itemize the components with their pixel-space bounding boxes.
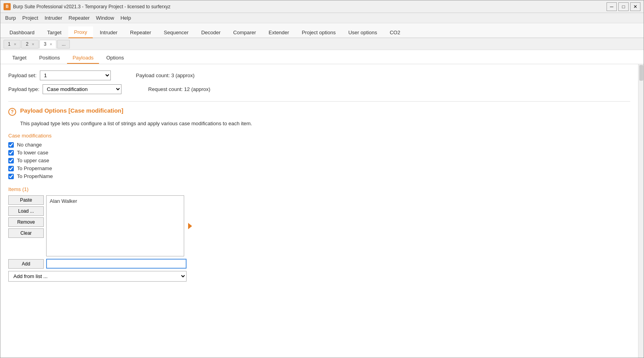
tab-proxy[interactable]: Proxy xyxy=(68,26,93,38)
clear-button[interactable]: Clear xyxy=(8,228,44,238)
scrollbar-thumb[interactable] xyxy=(639,65,643,81)
subtab-payloads[interactable]: Payloads xyxy=(67,52,99,64)
add-row: Add xyxy=(8,259,630,269)
app-icon: B xyxy=(4,3,11,10)
menu-project[interactable]: Project xyxy=(19,14,41,22)
payload-type-label: Payload type: xyxy=(8,86,39,92)
remove-button[interactable]: Remove xyxy=(8,217,44,227)
paste-button[interactable]: Paste xyxy=(8,195,44,205)
payload-count-label: Payload count: 3 (approx) xyxy=(120,72,195,78)
add-button[interactable]: Add xyxy=(8,259,44,269)
payload-set-select[interactable]: 1 2 3 xyxy=(40,70,111,80)
menu-burp[interactable]: Burp xyxy=(2,14,19,22)
menu-intruder[interactable]: Intruder xyxy=(41,14,65,22)
maximize-button[interactable]: □ xyxy=(618,2,629,11)
help-icon[interactable]: ? xyxy=(8,108,16,116)
load-button[interactable]: Load ... xyxy=(8,206,44,216)
title-bar: B Burp Suite Professional v2021.3 - Temp… xyxy=(0,0,644,13)
main-layout: Payload set: 1 2 3 Payload count: 3 (app… xyxy=(0,64,644,358)
menu-bar: Burp Project Intruder Repeater Window He… xyxy=(0,13,644,23)
tab-intruder[interactable]: Intruder xyxy=(94,27,123,38)
checkbox-upper-case-label: To upper case xyxy=(17,158,49,163)
intruder-tab-2[interactable]: 2 × xyxy=(21,40,38,48)
close-tab-2[interactable]: × xyxy=(32,42,34,46)
payload-options-description: This payload type lets you configure a l… xyxy=(20,121,630,126)
tab-decoder[interactable]: Decoder xyxy=(195,27,226,38)
payload-options-title: Payload Options [Case modification] xyxy=(20,107,123,114)
intruder-tab-1[interactable]: 1 × xyxy=(4,40,21,48)
subtab-options[interactable]: Options xyxy=(101,52,129,64)
minimize-button[interactable]: ─ xyxy=(607,2,617,11)
checkbox-proper-name-input[interactable] xyxy=(8,174,14,179)
checkbox-lower-case-input[interactable] xyxy=(8,150,14,156)
payload-type-select[interactable]: Simple list Runtime file Custom iterator… xyxy=(43,84,121,94)
case-modifications-label: Case modifications xyxy=(8,133,630,139)
close-tab-3[interactable]: × xyxy=(50,42,52,46)
tab-co2[interactable]: CO2 xyxy=(384,27,406,38)
checkbox-proper-name: To ProperName xyxy=(8,173,630,179)
close-button[interactable]: ✕ xyxy=(630,2,640,11)
payload-type-row: Payload type: Simple list Runtime file C… xyxy=(8,84,630,94)
subtab-target[interactable]: Target xyxy=(7,52,32,64)
checkbox-no-change-input[interactable] xyxy=(8,142,14,148)
sub-tabs: Target Positions Payloads Options xyxy=(0,50,644,64)
divider xyxy=(8,101,630,102)
items-list: Alan Walker xyxy=(46,195,184,256)
intruder-tab-more[interactable]: ... xyxy=(57,40,70,48)
tab-project-options[interactable]: Project options xyxy=(296,27,342,38)
scrollbar[interactable] xyxy=(638,64,644,358)
menu-repeater[interactable]: Repeater xyxy=(65,14,93,22)
checkbox-upper-case: To upper case xyxy=(8,158,630,163)
tab-extender[interactable]: Extender xyxy=(263,27,295,38)
list-item: Alan Walker xyxy=(48,197,182,205)
subtab-positions[interactable]: Positions xyxy=(34,52,65,64)
checkbox-propername: To Propername xyxy=(8,165,630,171)
checkbox-upper-case-input[interactable] xyxy=(8,158,14,163)
add-input[interactable] xyxy=(46,259,187,269)
arrow-right-icon xyxy=(188,223,192,229)
checkbox-no-change-label: No change xyxy=(17,142,42,148)
menu-window[interactable]: Window xyxy=(93,14,117,22)
window-controls: ─ □ ✕ xyxy=(607,2,640,11)
main-content: Payload set: 1 2 3 Payload count: 3 (app… xyxy=(0,64,638,358)
nav-tabs: Dashboard Target Proxy Intruder Repeater… xyxy=(0,23,644,38)
items-section: Items (1) Paste Load ... Remove Clear Al… xyxy=(8,186,630,282)
intruder-tab-3[interactable]: 3 × xyxy=(39,40,56,48)
items-buttons: Paste Load ... Remove Clear xyxy=(8,195,44,238)
checkbox-no-change: No change xyxy=(8,142,630,148)
close-tab-1[interactable]: × xyxy=(14,42,16,46)
add-from-list-select[interactable]: Add from list ... xyxy=(8,271,187,282)
payload-options-section: ? Payload Options [Case modification] xyxy=(8,107,630,116)
payload-config-row: Payload set: 1 2 3 Payload count: 3 (app… xyxy=(8,70,630,80)
intruder-tabs: 1 × 2 × 3 × ... xyxy=(0,38,644,50)
tab-dashboard[interactable]: Dashboard xyxy=(4,27,41,38)
payload-set-label: Payload set: xyxy=(8,72,37,78)
payload-set-row: Payload set: 1 2 3 xyxy=(8,70,111,80)
checkbox-lower-case-label: To lower case xyxy=(17,150,48,156)
items-area: Paste Load ... Remove Clear Alan Walker xyxy=(8,195,630,256)
menu-help[interactable]: Help xyxy=(117,14,134,22)
checkbox-proper-name-label: To ProperName xyxy=(17,173,53,179)
tab-repeater[interactable]: Repeater xyxy=(124,27,157,38)
checkbox-lower-case: To lower case xyxy=(8,150,630,156)
tab-target[interactable]: Target xyxy=(41,27,67,38)
tab-user-options[interactable]: User options xyxy=(342,27,383,38)
checkbox-propername-input[interactable] xyxy=(8,166,14,171)
items-label: Items (1) xyxy=(8,186,630,192)
tab-sequencer[interactable]: Sequencer xyxy=(158,27,194,38)
tab-comparer[interactable]: Comparer xyxy=(227,27,262,38)
window-title: Burp Suite Professional v2021.3 - Tempor… xyxy=(13,4,607,9)
checkbox-propername-label: To Propername xyxy=(17,165,52,171)
request-count-label: Request count: 12 (approx) xyxy=(125,86,211,92)
add-from-list-row: Add from list ... xyxy=(8,271,630,282)
main-window: B Burp Suite Professional v2021.3 - Temp… xyxy=(0,0,644,358)
